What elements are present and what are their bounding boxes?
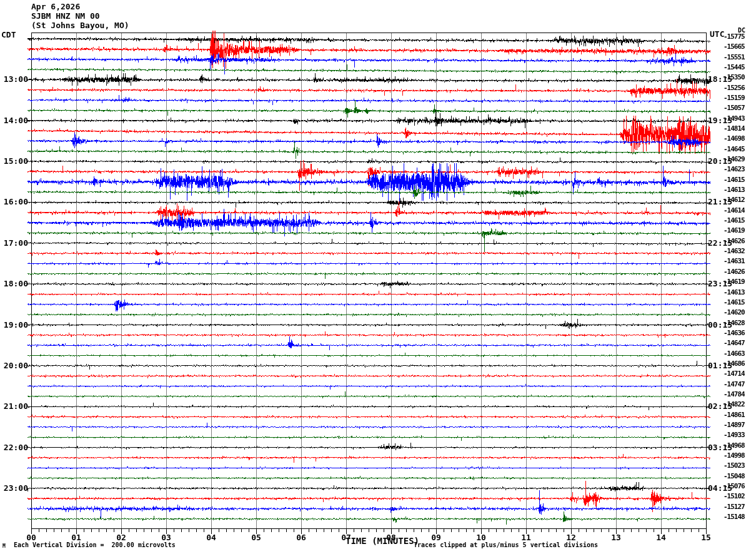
dc-value-label: -14615	[724, 176, 745, 183]
dc-value-label: -14968	[724, 442, 745, 449]
dc-value-label: -14626	[724, 238, 745, 244]
dc-value-label: -14943	[724, 115, 745, 122]
cdt-hour-label: 17:00	[0, 239, 28, 247]
minute-tick-label: 06	[292, 533, 310, 541]
clip-note: Traces clipped at plus/minus 5 vertical …	[414, 542, 598, 548]
dc-value-label: -14629	[724, 156, 745, 163]
minute-tick-label: 10	[472, 533, 490, 541]
minute-tick-label: 12	[562, 533, 580, 541]
dc-value-label: -15256	[724, 84, 745, 91]
dc-value-label: -14714	[724, 370, 745, 377]
dc-value-label: -15127	[724, 503, 745, 510]
dc-value-label: -15076	[724, 483, 745, 490]
dc-value-label: -14613	[724, 289, 745, 296]
header-date: Apr 6,2026	[31, 3, 80, 11]
minute-tick-label: 04	[202, 533, 220, 541]
dc-value-label: -14645	[724, 146, 745, 153]
minute-tick-label: 15	[697, 533, 715, 541]
dc-value-label: -14747	[724, 381, 745, 388]
dc-value-label: -14933	[724, 431, 745, 438]
cdt-hour-label: 23:00	[0, 484, 28, 492]
dc-value-label: -15665	[724, 43, 745, 50]
minute-tick-label: 05	[247, 533, 265, 541]
minute-tick-label: 02	[112, 533, 130, 541]
dc-value-label: -14631	[724, 258, 745, 264]
dc-value-label: -14698	[724, 135, 745, 142]
minute-tick-label: 01	[67, 533, 85, 541]
dc-value-label: -14626	[724, 268, 745, 275]
dc-value-label: -14623	[724, 166, 745, 173]
cdt-hour-label: 13:00	[0, 75, 28, 83]
dc-value-label: -14615	[724, 217, 745, 224]
dc-value-label: -14814	[724, 125, 745, 132]
cdt-hour-label: 21:00	[0, 402, 28, 410]
minute-tick-label: 11	[517, 533, 535, 541]
dc-value-label: -14647	[724, 340, 745, 346]
dc-value-label: -14784	[724, 391, 745, 398]
dc-value-label: -15023	[724, 462, 745, 469]
minute-tick-label: 13	[607, 533, 625, 541]
dc-value-label: -14614	[724, 207, 745, 214]
left-timezone-label: CDT	[1, 31, 16, 39]
minute-tick-label: 14	[652, 533, 670, 541]
dc-value-label: -14619	[724, 227, 745, 234]
header-station: SJBM HNZ NM 00	[31, 12, 100, 20]
dc-value-label: -15057	[724, 104, 745, 111]
dc-value-label: -14636	[724, 330, 745, 336]
dc-value-label: -15350	[724, 74, 745, 81]
helicorder-plot-canvas	[0, 0, 756, 554]
dc-value-label: -14632	[724, 248, 745, 254]
dc-value-label: -15048	[724, 473, 745, 480]
dc-value-label: -15551	[724, 54, 745, 61]
dc-value-label: -14998	[724, 452, 745, 459]
dc-value-label: -14613	[724, 186, 745, 193]
minute-tick-label: 00	[22, 533, 40, 541]
watermark-glyph: M	[2, 544, 6, 549]
dc-value-label: -14897	[724, 421, 745, 428]
right-timezone-label: UTC	[710, 30, 724, 38]
dc-value-label: -15159	[724, 94, 745, 101]
dc-value-label: -15102	[724, 493, 745, 500]
minute-tick-label: 03	[157, 533, 175, 541]
dc-value-label: -15775	[724, 33, 745, 40]
dc-value-label: -14628	[724, 320, 745, 326]
header-location: (St Johns Bayou, MO)	[31, 21, 129, 29]
cdt-hour-label: 16:00	[0, 198, 28, 206]
dc-value-label: -14620	[724, 309, 745, 316]
dc-value-label: -14615	[724, 299, 745, 306]
x-axis-title: TIME (MINUTES)	[346, 536, 419, 545]
cdt-hour-label: 15:00	[0, 157, 28, 165]
helicorder-page: Apr 6,2026 SJBM HNZ NM 00 (St Johns Bayo…	[0, 0, 756, 554]
cdt-hour-label: 20:00	[0, 361, 28, 370]
cdt-hour-label: 18:00	[0, 280, 28, 288]
dc-value-label: -15148	[724, 513, 745, 520]
dc-value-label: -14612	[724, 196, 745, 203]
scale-note: Each Vertical Division = 200.00 microvol…	[14, 542, 176, 548]
minute-tick-label: 09	[427, 533, 445, 541]
dc-value-label: -14619	[724, 278, 745, 285]
dc-value-label: -14686	[724, 360, 745, 367]
dc-value-label: -15445	[724, 64, 745, 71]
cdt-hour-label: 19:00	[0, 321, 28, 329]
cdt-hour-label: 22:00	[0, 443, 28, 451]
dc-value-label: -14822	[724, 401, 745, 408]
dc-value-label: -14861	[724, 411, 745, 418]
cdt-hour-label: 14:00	[0, 116, 28, 124]
dc-value-label: -14663	[724, 350, 745, 357]
